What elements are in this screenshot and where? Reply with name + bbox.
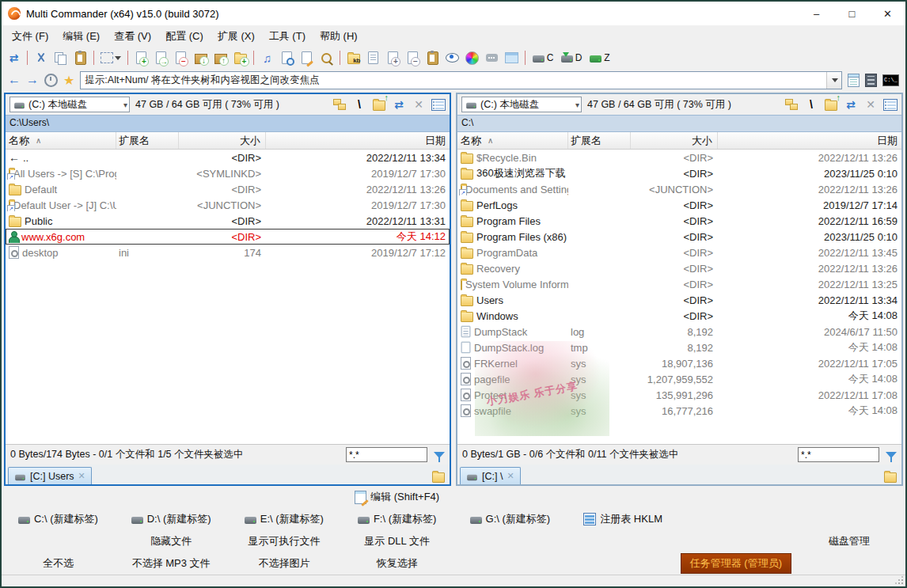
column-header-name[interactable]: 名称∧: [457, 132, 568, 149]
color-settings-button[interactable]: [463, 49, 481, 67]
quick-restore-selection-button[interactable]: 恢复选择: [377, 556, 418, 571]
cut-button[interactable]: [32, 49, 50, 67]
menu-extensions[interactable]: 扩展 (X): [211, 26, 262, 47]
combobox-dropdown-button[interactable]: [826, 72, 841, 89]
menu-config[interactable]: 配置 (C): [158, 26, 211, 47]
clipboard-button[interactable]: [423, 49, 442, 67]
file-row[interactable]: Recovery<DIR>2022/12/11 13:26: [457, 260, 901, 276]
new-file-button[interactable]: +: [132, 49, 150, 67]
disconnect-button[interactable]: ✕: [863, 97, 878, 112]
right-drive-selector[interactable]: (C:) 本地磁盘 ▾: [461, 97, 582, 112]
tab-close-icon[interactable]: ✕: [78, 471, 85, 481]
column-header-ext[interactable]: 扩展名: [116, 132, 179, 149]
quick-show-dll-button[interactable]: 显示 DLL 文件: [364, 534, 430, 548]
quick-no-mp3-button[interactable]: 不选择 MP3 文件: [132, 556, 211, 571]
file-row[interactable]: 360极速浏览器下载<DIR>2023/11/25 0:10: [457, 165, 901, 181]
go-root-button[interactable]: \: [804, 97, 818, 112]
menu-help[interactable]: 帮助 (H): [313, 26, 365, 47]
paste-button[interactable]: [71, 49, 89, 67]
menu-view[interactable]: 查看 (V): [107, 26, 158, 47]
refresh-pane-button[interactable]: ⇄: [392, 97, 406, 112]
calculator-icon[interactable]: [865, 74, 877, 87]
quick-registry-button[interactable]: 注册表 HKLM: [583, 512, 662, 526]
left-drive-selector[interactable]: (C:) 本地磁盘 ▾: [9, 97, 130, 112]
file-remove-button[interactable]: −: [404, 49, 422, 67]
quick-tab-f-button[interactable]: F:\ (新建标签): [358, 512, 436, 526]
file-row[interactable]: Public<DIR>2022/12/11 13:31: [6, 213, 450, 229]
back-button[interactable]: ←: [8, 73, 21, 87]
minimize-button[interactable]: –: [799, 2, 834, 25]
menu-tools[interactable]: 工具 (T): [262, 26, 313, 47]
file-row[interactable]: System Volume Information<DIR>2022/12/11…: [457, 276, 901, 292]
quick-tab-g-button[interactable]: G:\ (新建标签): [470, 512, 551, 526]
file-row[interactable]: Default<DIR>2022/12/11 13:26: [6, 181, 450, 197]
menu-edit[interactable]: 编辑 (E): [55, 26, 107, 47]
file-row[interactable]: PerfLogs<DIR>2019/12/7 17:14: [457, 197, 901, 213]
new-folder-button[interactable]: +: [231, 49, 249, 67]
disconnect-button[interactable]: ✕: [412, 97, 426, 112]
file-row[interactable]: ProgramData<DIR>2022/12/11 13:45: [457, 245, 901, 260]
left-path-bar[interactable]: C:\Users\: [6, 115, 450, 132]
history-icon[interactable]: [44, 74, 58, 87]
folder-tree-button[interactable]: [784, 97, 799, 112]
file-row[interactable]: DumpStacklog8,1922024/6/17 11:50: [457, 324, 901, 340]
file-viewer-button[interactable]: [443, 49, 461, 67]
file-row[interactable]: Protectsys135,991,2962022/12/11 17:08: [457, 387, 901, 403]
view-mode-button[interactable]: [431, 97, 446, 112]
left-filter-input[interactable]: [346, 447, 427, 462]
quick-no-pictures-button[interactable]: 不选择图片: [258, 556, 309, 571]
quick-show-exe-button[interactable]: 显示可执行文件: [248, 534, 320, 548]
comments-button[interactable]: [483, 49, 501, 67]
file-add-button[interactable]: +: [384, 49, 402, 67]
filter-funnel-icon[interactable]: [886, 452, 897, 458]
copy-button[interactable]: [51, 49, 70, 67]
menu-file[interactable]: 文件 (F): [5, 26, 55, 47]
quick-edit-button[interactable]: 编辑 (Shift+F4): [355, 490, 439, 504]
left-tab[interactable]: [C:] Users ✕: [8, 467, 92, 484]
quick-tab-c-button[interactable]: C:\ (新建标签): [18, 512, 98, 526]
right-tab[interactable]: [C:] \ ✕: [460, 467, 521, 484]
column-header-size[interactable]: 大小: [179, 132, 266, 149]
file-edit-button[interactable]: [298, 49, 316, 67]
file-search-button[interactable]: [278, 49, 296, 67]
quick-task-manager-button[interactable]: 任务管理器 (管理员): [681, 553, 791, 574]
pack-button[interactable]: ↓: [192, 49, 210, 67]
file-row[interactable]: All Users -> [S] C:\ProgramData<SYMLINKD…: [6, 165, 450, 181]
forward-button[interactable]: →: [26, 73, 39, 87]
new-tab-folder-button[interactable]: [432, 472, 445, 483]
right-filter-input[interactable]: [798, 447, 879, 462]
go-up-button[interactable]: ↑: [372, 97, 386, 112]
copy-file-button[interactable]: →: [152, 49, 170, 67]
filter-funnel-icon[interactable]: [434, 452, 445, 458]
quick-disk-management-button[interactable]: 磁盘管理: [829, 534, 870, 548]
file-row[interactable]: desktopini1742019/12/7 17:12: [6, 245, 450, 260]
drive-d-button[interactable]: D: [558, 49, 585, 67]
file-row[interactable]: Windows<DIR>今天 14:08: [457, 308, 901, 324]
file-row[interactable]: pagefilesys1,207,959,552今天 14:08: [457, 371, 901, 387]
file-row[interactable]: Program Files<DIR>2022/12/11 16:59: [457, 213, 901, 229]
resize-grip[interactable]: [901, 582, 903, 584]
folder-tree-button[interactable]: [332, 97, 347, 112]
quick-deselect-all-button[interactable]: 全不选: [43, 556, 74, 571]
keyboard-shortcuts-button[interactable]: kb: [344, 49, 362, 67]
close-button[interactable]: ✕: [870, 2, 905, 25]
favorites-star-icon[interactable]: ★: [63, 73, 74, 88]
right-path-bar[interactable]: C:\: [457, 115, 901, 132]
quick-hidden-files-button[interactable]: 隐藏文件: [150, 534, 192, 548]
tab-close-icon[interactable]: ✕: [507, 471, 514, 481]
file-row[interactable]: ←..<DIR>2022/12/11 13:34: [6, 150, 450, 165]
panel-view-button[interactable]: [503, 49, 521, 67]
file-row[interactable]: DumpStack.logtmp8,192今天 14:08: [457, 340, 901, 355]
notepad-icon[interactable]: [848, 74, 860, 87]
quick-tab-d-button[interactable]: D:\ (新建标签): [131, 512, 211, 526]
file-row-selected[interactable]: www.x6g.com<DIR>今天 14:12: [6, 229, 450, 245]
new-tab-folder-button[interactable]: [884, 472, 897, 483]
column-header-date[interactable]: 日期: [266, 132, 450, 149]
file-row[interactable]: Documents and Settings -> [J] C:\...<JUN…: [457, 181, 901, 197]
file-row[interactable]: swapfilesys16,777,216今天 14:08: [457, 403, 901, 419]
command-line-field[interactable]: 提示:Alt+Num/ 将在文件夹树和内容视图之间改变焦点: [80, 71, 842, 89]
column-header-size[interactable]: 大小: [631, 132, 718, 149]
go-root-button[interactable]: \: [352, 97, 366, 112]
search-button[interactable]: [317, 49, 336, 67]
drive-c-button[interactable]: C: [529, 49, 556, 67]
